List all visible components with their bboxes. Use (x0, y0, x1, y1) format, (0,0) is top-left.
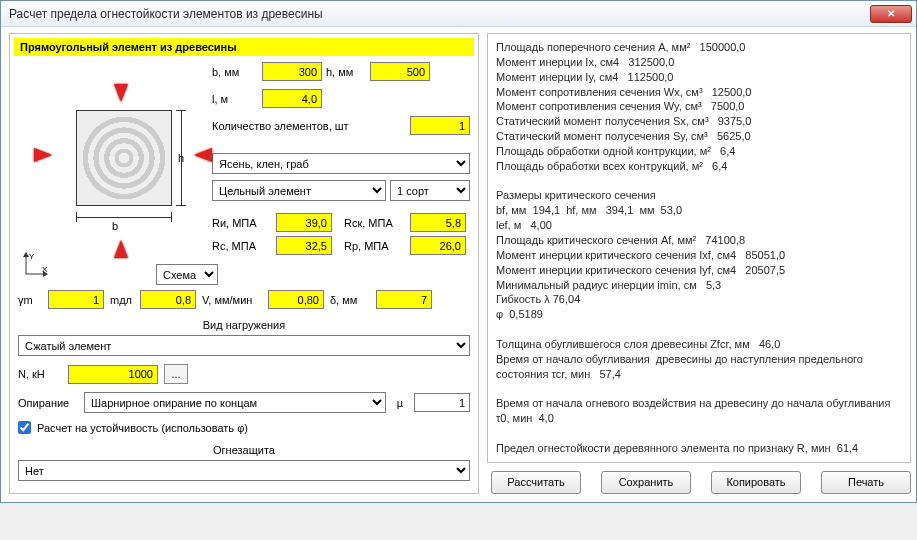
save-button[interactable]: Сохранить (601, 471, 691, 494)
delta-input[interactable] (376, 290, 432, 309)
grade-select[interactable]: 1 сорт (390, 180, 470, 201)
v-label: V, мм/мин (202, 294, 262, 306)
b-label: b, мм (212, 66, 258, 78)
rsk-input[interactable] (410, 213, 466, 232)
arrow-right-icon (34, 148, 52, 162)
strength-grid: Rи, МПА Rск, МПА Rс, МПА Rр, МПА (212, 213, 470, 255)
right-pane: Площадь поперечного сечения A, мм² 15000… (487, 33, 911, 494)
ru-input[interactable] (276, 213, 332, 232)
stability-label: Расчет на устойчивость (использовать φ) (37, 422, 248, 434)
input-column: b, мм h, мм l, м Количество элементов, ш… (212, 62, 470, 282)
arrow-down-icon (114, 84, 128, 102)
rp-label: Rр, МПА (344, 240, 402, 252)
copy-button[interactable]: Копировать (711, 471, 801, 494)
mdl-label: mдл (110, 294, 134, 306)
mdl-input[interactable] (140, 290, 196, 309)
section-header: Прямоугольный элемент из древесины (14, 38, 474, 56)
h-label: h, мм (326, 66, 366, 78)
stability-checkbox[interactable] (18, 421, 31, 434)
xy-axes-icon: X Y (22, 252, 48, 278)
ym-label: γm (18, 294, 42, 306)
h-input[interactable] (370, 62, 430, 81)
ru-label: Rи, МПА (212, 217, 268, 229)
titlebar: Расчет предела огнестойкости элементов и… (1, 1, 916, 27)
ym-input[interactable] (48, 290, 104, 309)
rp-input[interactable] (410, 236, 466, 255)
v-input[interactable] (268, 290, 324, 309)
support-label: Опирание (18, 397, 78, 409)
dim-line-b (76, 212, 172, 222)
element-type-select[interactable]: Цельный элемент (212, 180, 386, 201)
species-select[interactable]: Ясень, клен, граб (212, 153, 470, 174)
mu-label: µ (392, 397, 408, 409)
print-button[interactable]: Печать (821, 471, 911, 494)
close-button[interactable]: ✕ (870, 5, 912, 23)
loading-type-select[interactable]: Сжатый элемент (18, 335, 470, 356)
calculate-button[interactable]: Рассчитать (491, 471, 581, 494)
scheme-select[interactable]: Схема 3 (156, 264, 218, 285)
app-window: Расчет предела огнестойкости элементов и… (0, 0, 917, 503)
close-icon: ✕ (887, 8, 895, 19)
n-label: N, кН (18, 368, 62, 380)
arrow-left-icon (194, 148, 212, 162)
button-row: Рассчитать Сохранить Копировать Печать (487, 463, 911, 494)
loading-title: Вид нагружения (18, 319, 470, 331)
fireprot-select[interactable]: Нет (18, 460, 470, 481)
left-pane: Прямоугольный элемент из древесины b h (9, 33, 479, 494)
section-box (76, 110, 172, 206)
content: Прямоугольный элемент из древесины b h (1, 27, 916, 502)
cross-section-diagram: b h X Y Схема 3 (18, 62, 204, 282)
n-more-button[interactable]: ... (164, 364, 188, 384)
dots-icon: ... (171, 368, 180, 380)
rsk-label: Rск, МПА (344, 217, 402, 229)
count-input[interactable] (410, 116, 470, 135)
arrow-up-icon (114, 240, 128, 258)
support-select[interactable]: Шарнирное опирание по концам (84, 392, 386, 413)
l-input[interactable] (262, 89, 322, 108)
n-input[interactable] (68, 365, 158, 384)
window-title: Расчет предела огнестойкости элементов и… (9, 7, 870, 21)
svg-text:Y: Y (29, 252, 35, 261)
l-label: l, м (212, 93, 258, 105)
mu-input[interactable] (414, 393, 470, 412)
count-label: Количество элементов, шт (212, 120, 372, 132)
dim-label-h: h (178, 152, 184, 164)
results-textarea[interactable]: Площадь поперечного сечения A, мм² 15000… (487, 33, 911, 463)
fireprot-title: Огнезащита (18, 444, 470, 456)
svg-text:X: X (42, 265, 48, 274)
delta-label: δ, мм (330, 294, 370, 306)
rc-label: Rс, МПА (212, 240, 268, 252)
dim-label-b: b (112, 220, 118, 232)
b-input[interactable] (262, 62, 322, 81)
rc-input[interactable] (276, 236, 332, 255)
